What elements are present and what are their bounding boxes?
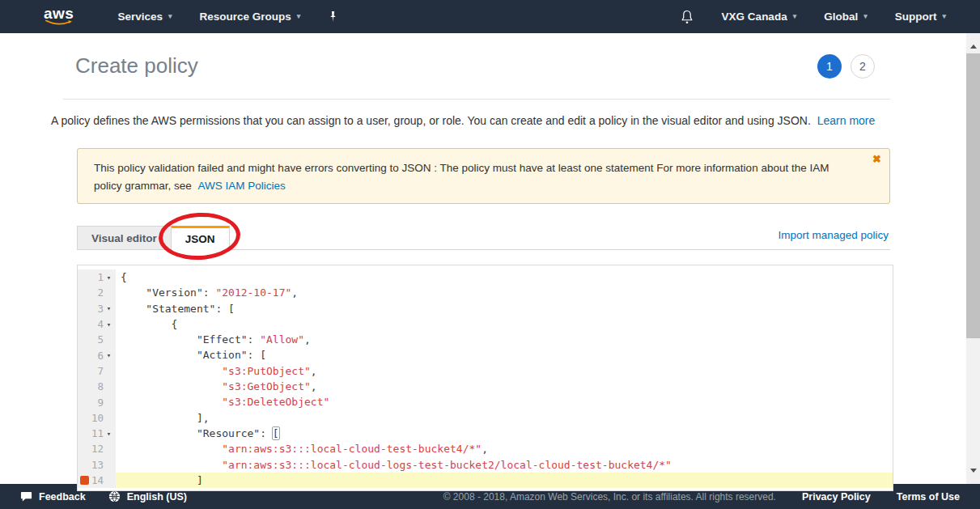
code-lines: 1▾{2 "Version": "2012-10-17",3▾ "Stateme… (78, 265, 893, 488)
nav-resource-groups[interactable]: Resource Groups ▾ (200, 11, 301, 23)
code-text[interactable]: ], (116, 410, 893, 426)
code-text[interactable]: "Statement": [ (116, 301, 893, 316)
code-text[interactable]: "s3:PutObject", (116, 363, 893, 379)
chevron-down-icon: ▾ (793, 13, 797, 20)
code-line[interactable]: 2 "Version": "2012-10-17", (78, 285, 893, 300)
code-text[interactable]: "Effect": "Allow", (116, 332, 893, 347)
line-number: 9 (97, 397, 104, 409)
nav-region[interactable]: Global ▾ (824, 11, 868, 23)
nav-account-label: VXG Canada (722, 11, 787, 23)
bell-icon (680, 9, 694, 25)
code-text[interactable]: { (116, 269, 893, 285)
line-number: 13 (91, 459, 104, 471)
feedback-button[interactable]: Feedback (20, 490, 86, 503)
nav-support[interactable]: Support ▾ (895, 11, 946, 23)
privacy-policy-link[interactable]: Privacy Policy (802, 491, 871, 503)
fold-arrow-icon[interactable]: ▾ (104, 320, 113, 329)
code-line[interactable]: 1▾{ (78, 269, 893, 285)
intro-text-body: A policy defines the AWS permissions tha… (51, 114, 811, 127)
code-text[interactable]: "arn:aws:s3:::local-cloud-test-bucket4/*… (116, 441, 893, 456)
json-editor[interactable]: 1▾{2 "Version": "2012-10-17",3▾ "Stateme… (77, 265, 893, 491)
line-number: 4 (97, 318, 104, 330)
top-navigation: aws Services ▾ Resource Groups ▾ VXG Can… (0, 0, 980, 33)
gutter-cell: 7 (78, 363, 116, 379)
tab-json[interactable]: JSON (172, 226, 230, 250)
scroll-down-icon[interactable] (966, 469, 980, 473)
feedback-label: Feedback (39, 491, 86, 503)
gutter-cell: 4▾ (78, 316, 116, 332)
code-text[interactable]: "Resource": [ (116, 426, 893, 441)
chevron-down-icon: ▾ (297, 13, 301, 20)
line-number: 8 (97, 380, 104, 392)
line-number: 6 (97, 350, 104, 362)
code-line[interactable]: 4▾ { (78, 316, 893, 332)
code-text[interactable]: "Version": "2012-10-17", (116, 285, 893, 300)
close-icon[interactable]: ✖ (872, 153, 881, 165)
code-text[interactable]: "arn:aws:s3:::local-cloud-logs-test-buck… (116, 457, 893, 473)
intro-text: A policy defines the AWS permissions tha… (51, 114, 941, 127)
chevron-down-icon: ▾ (863, 13, 868, 20)
aws-logo[interactable]: aws (44, 7, 74, 26)
nav-support-label: Support (895, 11, 937, 23)
editor-tabs: Visual editor JSON Import managed policy (77, 226, 890, 250)
error-marker-icon (80, 476, 89, 485)
pinned-shortcuts-button[interactable] (328, 11, 338, 23)
language-selector[interactable]: English (US) (108, 490, 187, 503)
aws-smile-icon (45, 19, 73, 26)
terms-of-use-link[interactable]: Terms of Use (897, 491, 960, 503)
nav-services-label: Services (117, 11, 163, 23)
fold-arrow-icon[interactable]: ▾ (104, 351, 113, 359)
tab-visual-editor[interactable]: Visual editor (77, 226, 172, 249)
gutter-cell: 1▾ (78, 269, 116, 285)
fold-arrow-icon[interactable]: ▾ (104, 430, 113, 438)
gutter-cell: 5 (78, 332, 116, 347)
globe-icon (108, 490, 121, 503)
fold-arrow-icon[interactable]: ▾ (104, 304, 113, 312)
line-number: 2 (97, 286, 104, 299)
import-managed-policy-link[interactable]: Import managed policy (778, 229, 889, 241)
code-text[interactable]: "Action": [ (116, 347, 893, 363)
code-line[interactable]: 10 ], (78, 410, 893, 426)
code-line[interactable]: 7 "s3:PutObject", (78, 363, 893, 379)
learn-more-link[interactable]: Learn more (817, 114, 876, 127)
warning-banner: ✖ This policy validation failed and migh… (77, 148, 890, 204)
step-indicator-1[interactable]: 1 (817, 54, 842, 78)
code-text[interactable]: ] (116, 473, 893, 488)
step-indicator-2[interactable]: 2 (851, 54, 875, 78)
gutter-cell: 9 (78, 394, 116, 409)
code-text[interactable]: "s3:DeleteObject" (116, 394, 893, 409)
aws-iam-policies-link[interactable]: AWS IAM Policies (198, 180, 286, 192)
nav-account[interactable]: VXG Canada ▾ (722, 11, 797, 23)
code-line[interactable]: 6▾ "Action": [ (78, 347, 893, 363)
line-number: 11 (91, 427, 104, 439)
line-number: 5 (97, 333, 104, 346)
gutter-cell: 11▾ (78, 426, 116, 441)
page-title: Create policy (75, 53, 198, 78)
code-line[interactable]: 3▾ "Statement": [ (78, 301, 893, 316)
code-line[interactable]: 5 "Effect": "Allow", (78, 332, 893, 347)
nav-resource-groups-label: Resource Groups (200, 11, 291, 23)
line-number: 3 (97, 303, 104, 315)
scrollbar-thumb[interactable] (966, 53, 980, 338)
code-text[interactable]: { (116, 316, 893, 332)
gutter-cell: 3▾ (78, 301, 116, 316)
aws-logo-text: aws (44, 7, 74, 19)
gutter-cell: 12 (78, 441, 116, 456)
code-line[interactable]: 8 "s3:GetObject", (78, 379, 893, 394)
code-text[interactable]: "s3:GetObject", (116, 379, 893, 394)
code-line[interactable]: 11▾ "Resource": [ (78, 426, 893, 441)
code-line[interactable]: 12 "arn:aws:s3:::local-cloud-test-bucket… (78, 441, 893, 456)
code-line[interactable]: 14 ] (78, 473, 893, 488)
fold-arrow-icon[interactable]: ▾ (104, 274, 113, 282)
code-line[interactable]: 13 "arn:aws:s3:::local-cloud-logs-test-b… (78, 457, 893, 473)
nav-region-label: Global (824, 11, 858, 23)
page-scrollbar[interactable] (966, 33, 980, 484)
gutter-cell: 2 (78, 285, 116, 300)
nav-services[interactable]: Services ▾ (117, 11, 172, 23)
gutter-cell: 13 (78, 457, 116, 473)
notifications-button[interactable] (680, 9, 694, 25)
footer-right-group: © 2008 - 2018, Amazon Web Services, Inc.… (443, 491, 960, 503)
scroll-up-icon[interactable] (966, 45, 980, 49)
code-line[interactable]: 9 "s3:DeleteObject" (78, 394, 893, 409)
pin-icon (328, 11, 338, 23)
